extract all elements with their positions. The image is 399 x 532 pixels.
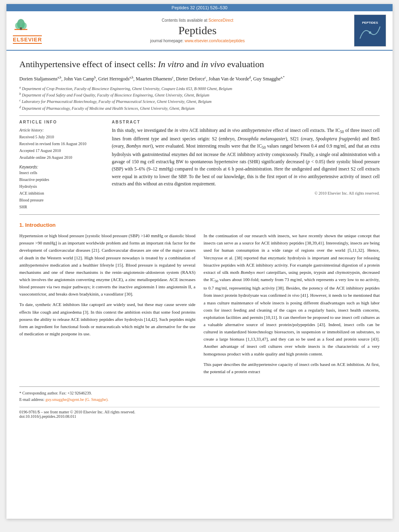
journal-volume-label: Peptides 32 (2011) 526–530 xyxy=(172,5,228,10)
journal-title: Peptides xyxy=(41,24,354,37)
contents-available-label: Contents lists available at ScienceDirec… xyxy=(41,18,354,23)
keywords-section: Keywords: Insect cells Bioactive peptide… xyxy=(19,165,104,210)
issn-text: 0196-9781/$ – see front matter © 2010 El… xyxy=(19,410,380,414)
svg-point-3 xyxy=(15,23,21,29)
keywords-title: Keywords: xyxy=(19,165,104,169)
divider-2 xyxy=(19,214,380,215)
history-label: Article history: xyxy=(19,127,104,134)
affiliation-a: a Department of Crop Protection, Faculty… xyxy=(19,85,380,92)
homepage-url[interactable]: www.elsevier.com/locate/peptides xyxy=(185,39,245,43)
received-date: Received 5 July 2010 xyxy=(19,134,104,140)
page: Peptides 32 (2011) 526–530 ELSEVIER Cont… xyxy=(6,4,393,519)
affiliation-b: b Department of Food Safety and Food Qua… xyxy=(19,92,380,98)
keyword-bioactive-peptides: Bioactive peptides xyxy=(19,176,104,183)
main-content: Antihypertensive effect of insect cells:… xyxy=(6,51,393,427)
affiliations: a Department of Crop Protection, Faculty… xyxy=(19,85,380,111)
issn-area: 0196-9781/$ – see front matter © 2010 El… xyxy=(19,407,380,419)
svg-point-6 xyxy=(369,31,371,34)
peptides-logo-graphic xyxy=(358,25,382,41)
intro-para-2: To date, synthetic ACE inhibitors like c… xyxy=(19,301,195,337)
article-info-col: ARTICLE INFO Article history: Received 5… xyxy=(19,120,104,210)
affiliation-c: c Laboratory for Pharmaceutical Biotechn… xyxy=(19,98,380,105)
footnote-area: * Corresponding author. Fax: +32 9264623… xyxy=(19,386,380,403)
available-online-date: Available online 26 August 2010 xyxy=(19,154,104,161)
elsevier-tree-icon xyxy=(13,18,29,34)
sciencedirect-link[interactable]: ScienceDirect xyxy=(208,18,233,23)
email-line: E-mail address: guy.smagghe@ugent.be (G.… xyxy=(19,396,380,403)
introduction-section: 1. Introduction Hypertension or high blo… xyxy=(19,222,380,378)
abstract-text: In this study, we investigated the in vi… xyxy=(112,127,380,188)
keyword-hydrolysis: Hydrolysis xyxy=(19,183,104,190)
email-address[interactable]: guy.smagghe@ugent.be (G. Smagghe). xyxy=(45,397,109,402)
svg-rect-2 xyxy=(20,27,22,30)
keyword-insect-cells: Insect cells xyxy=(19,169,104,176)
svg-point-4 xyxy=(22,23,27,29)
peptides-logo-text: PEPTIDES xyxy=(362,21,378,25)
copyright-line: © 2010 Elsevier Inc. All rights reserved… xyxy=(112,191,380,195)
journal-homepage: journal homepage: www.elsevier.com/locat… xyxy=(41,39,354,43)
abstract-label: ABSTRACT xyxy=(112,120,380,124)
top-bar: Peptides 32 (2011) 526–530 xyxy=(6,4,393,11)
keyword-blood-pressure: Blood pressure xyxy=(19,197,104,203)
journal-header: ELSEVIER Contents lists available at Sci… xyxy=(6,11,393,51)
intro-right-para-2: This paper describes the antihypertensiv… xyxy=(204,361,380,375)
elsevier-wordmark: ELSEVIER xyxy=(13,35,42,44)
abstract-col: ABSTRACT In this study, we investigated … xyxy=(112,120,380,210)
peptides-logo-box: PEPTIDES xyxy=(354,14,386,47)
article-title: Antihypertensive effect of insect cells:… xyxy=(19,59,380,70)
intro-left-col: Hypertension or high blood pressure [sys… xyxy=(19,232,195,378)
keyword-ace-inhibition: ACE inhibition xyxy=(19,190,104,197)
corresponding-author: * Corresponding author. Fax: +32 9264623… xyxy=(19,390,380,396)
accepted-date: Accepted 17 August 2010 xyxy=(19,147,104,154)
article-info-abstract-section: ARTICLE INFO Article history: Received 5… xyxy=(19,120,380,210)
article-info-table: Article history: Received 5 July 2010 Re… xyxy=(19,127,104,161)
elsevier-logo: ELSEVIER xyxy=(13,18,41,44)
affiliation-d: d Department of Pharmacology, Faculty of… xyxy=(19,105,380,111)
intro-right-col: In the continuation of our research with… xyxy=(204,232,380,378)
intro-right-para-1: In the continuation of our research with… xyxy=(204,232,380,357)
doi-text: doi:10.1016/j.peptides.2010.08.011 xyxy=(19,414,380,419)
authors-line: Dorien Staljanssensa,b, John Van Campb, … xyxy=(19,75,380,83)
keyword-shr: SHR xyxy=(19,203,104,210)
article-info-label: ARTICLE INFO xyxy=(19,120,104,124)
intro-body-cols: Hypertension or high blood pressure [sys… xyxy=(19,232,380,378)
journal-header-center: Contents lists available at ScienceDirec… xyxy=(41,18,354,43)
divider-1 xyxy=(19,115,380,116)
received-revised-date: Received in revised form 16 August 2010 xyxy=(19,140,104,147)
intro-section-title: 1. Introduction xyxy=(19,222,380,228)
intro-para-1: Hypertension or high blood pressure [sys… xyxy=(19,232,195,298)
